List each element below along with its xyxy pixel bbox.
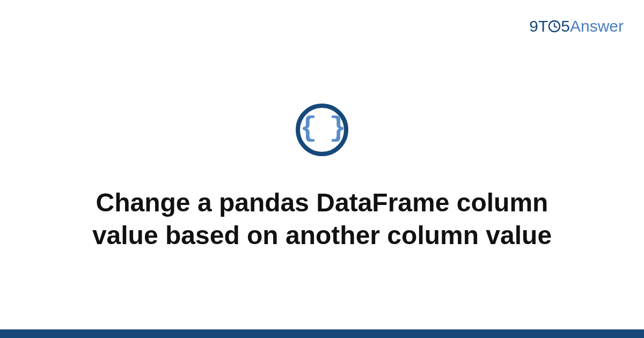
brand-text-9t: 9T bbox=[529, 17, 548, 35]
braces-icon: { } bbox=[300, 115, 344, 143]
brand-logo: 9T5Answer bbox=[529, 17, 624, 36]
bottom-accent-bar bbox=[0, 329, 644, 338]
clock-icon bbox=[548, 18, 561, 36]
brand-text-answer: Answer bbox=[570, 17, 624, 35]
main-content: { } Change a pandas DataFrame column val… bbox=[0, 0, 644, 338]
page-title: Change a pandas DataFrame column value b… bbox=[75, 186, 569, 252]
category-icon: { } bbox=[296, 104, 348, 156]
svg-line-2 bbox=[554, 26, 557, 27]
brand-text-5: 5 bbox=[561, 17, 570, 35]
